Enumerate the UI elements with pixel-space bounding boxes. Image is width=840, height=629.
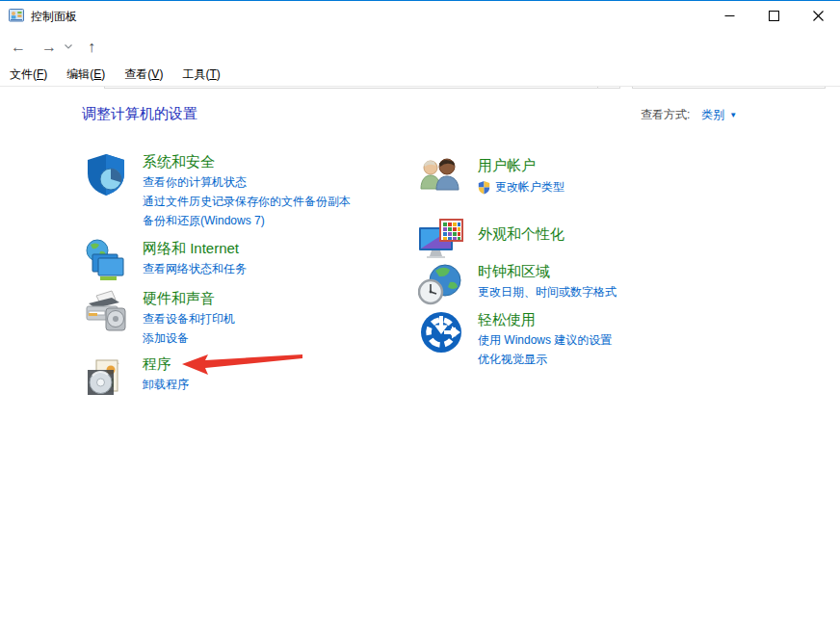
recent-pages-chevron-icon[interactable] (60, 31, 77, 63)
annotation-arrow (179, 348, 306, 379)
menu-file[interactable]: 文件(F) (10, 66, 47, 83)
category-title-programs[interactable]: 程序 (143, 354, 189, 375)
task-link[interactable]: 更改帐户类型 (495, 178, 564, 197)
system-security-icon[interactable] (83, 151, 129, 197)
category-title-network-internet[interactable]: 网络和 Internet (143, 238, 247, 259)
appearance-personalization-icon[interactable] (418, 215, 464, 261)
menu-bar: 文件(F) 编辑(E) 查看(V) 工具(T) (0, 63, 840, 87)
menu-view[interactable]: 查看(V) (124, 66, 163, 83)
task-link[interactable]: 添加设备 (143, 329, 235, 348)
title-bar: 控制面板 (0, 1, 840, 31)
up-button[interactable]: ↑ (79, 31, 104, 63)
category-network-internet: 网络和 Internet 查看网络状态和任务 (83, 238, 247, 284)
clock-region-icon[interactable] (418, 261, 464, 307)
task-link[interactable]: 通过文件历史记录保存你的文件备份副本 (143, 193, 351, 211)
navigation-bar: ← → ↑ › 控制面板 › ↻ (0, 31, 840, 63)
task-link[interactable]: 更改日期、时间或数字格式 (478, 283, 617, 301)
category-programs: 程序 卸载程序 (83, 354, 189, 400)
window-title: 控制面板 (31, 9, 77, 25)
view-by-label: 查看方式: (641, 107, 690, 123)
task-link[interactable]: 查看网络状态和任务 (143, 260, 247, 278)
task-link[interactable]: 查看设备和打印机 (143, 310, 235, 328)
category-appearance-personalization: 外观和个性化 (418, 215, 564, 261)
control-panel-icon (9, 8, 24, 23)
category-title-hardware-sound[interactable]: 硬件和声音 (143, 288, 235, 309)
task-link[interactable]: 备份和还原(Windows 7) (143, 212, 351, 230)
view-by-dropdown-icon[interactable]: ▼ (729, 111, 737, 119)
view-by-value[interactable]: 类别 (701, 107, 724, 123)
task-link[interactable]: 查看你的计算机状态 (143, 173, 351, 192)
minimize-icon (724, 11, 735, 21)
category-user-accounts: 用户帐户 更改帐户类型 (418, 155, 564, 201)
menu-tools[interactable]: 工具(T) (182, 66, 220, 83)
maximize-button[interactable] (751, 1, 796, 31)
close-button[interactable] (796, 1, 840, 31)
view-by-control: 查看方式: 类别 ▼ (641, 107, 737, 123)
category-title-ease-of-access[interactable]: 轻松使用 (478, 309, 612, 330)
task-link[interactable]: 使用 Windows 建议的设置 (478, 331, 612, 350)
user-accounts-icon[interactable] (418, 155, 464, 201)
task-link[interactable]: 卸载程序 (143, 376, 189, 394)
category-title-appearance-personalization[interactable]: 外观和个性化 (478, 223, 564, 245)
maximize-icon (769, 11, 779, 21)
minimize-button[interactable] (707, 1, 751, 31)
window-controls (707, 1, 840, 31)
category-clock-region: 时钟和区域 更改日期、时间或数字格式 (418, 261, 617, 307)
category-title-user-accounts[interactable]: 用户帐户 (478, 155, 564, 176)
menu-edit[interactable]: 编辑(E) (66, 66, 105, 83)
ease-of-access-icon[interactable] (418, 309, 464, 355)
forward-button[interactable]: → (37, 31, 62, 63)
programs-icon[interactable] (83, 354, 129, 400)
task-link[interactable]: 优化视觉显示 (478, 351, 612, 369)
category-system-security: 系统和安全 查看你的计算机状态 通过文件历史记录保存你的文件备份副本 备份和还原… (83, 151, 351, 230)
hardware-sound-icon[interactable] (83, 288, 129, 334)
category-hardware-sound: 硬件和声音 查看设备和打印机 添加设备 (83, 288, 235, 348)
close-icon (813, 11, 824, 21)
control-panel-window: 控制面板 ← → ↑ (0, 0, 840, 629)
network-internet-icon[interactable] (83, 238, 129, 284)
category-title-clock-region[interactable]: 时钟和区域 (478, 261, 617, 282)
back-button[interactable]: ← (6, 31, 31, 63)
category-ease-of-access: 轻松使用 使用 Windows 建议的设置 优化视觉显示 (418, 309, 612, 369)
category-title-system-security[interactable]: 系统和安全 (143, 151, 351, 172)
page-title: 调整计算机的设置 (82, 105, 197, 123)
uac-shield-icon (478, 180, 490, 195)
